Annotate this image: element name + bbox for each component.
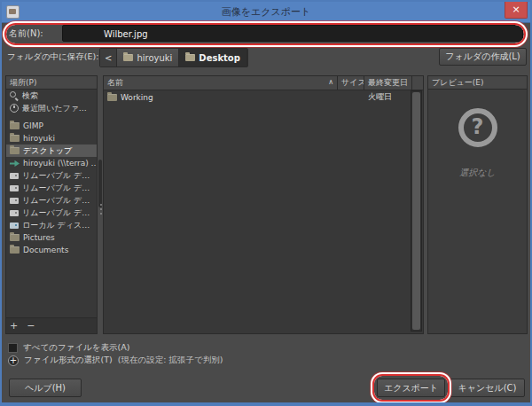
filename-input[interactable]: Wilber.jpg (62, 25, 523, 42)
place-item-search[interactable]: 検索 (6, 90, 97, 102)
export-button[interactable]: エクスポート(E) (377, 379, 445, 397)
preview-header: プレビュー(E) (428, 76, 527, 90)
drive-icon (10, 173, 19, 179)
close-button[interactable]: × (505, 2, 528, 19)
export-image-dialog: 画像をエクスポート × 名前(N): Wilber.jpg フォルダの中に保存(… (0, 0, 532, 406)
question-icon (458, 108, 497, 147)
folder-icon (10, 246, 20, 254)
preview-body: 選択なし (428, 90, 527, 333)
show-all-files-option[interactable]: すべてのファイルを表示(A) (8, 342, 129, 354)
breadcrumb-desktop[interactable]: Desktop (179, 49, 247, 66)
places-toolbar: + − (6, 317, 97, 333)
place-item-removable-2[interactable]: リムーバブル デ… (6, 182, 97, 194)
path-back-button[interactable]: < (100, 49, 117, 66)
place-item-recent[interactable]: 最近開いたファ… (6, 102, 97, 114)
drive-icon (10, 210, 19, 216)
place-item-network-terra[interactable]: hiroyuki (\\terra) … (6, 157, 97, 169)
place-item-removable-4[interactable]: リムーバブル デ… (6, 207, 97, 219)
titlebar[interactable]: 画像をエクスポート × (2, 2, 530, 23)
sort-ascending-icon: ∧ (328, 76, 333, 90)
breadcrumb-hiroyuki[interactable]: hiroyuki (117, 49, 179, 66)
scrollbar-thumb[interactable] (412, 92, 420, 330)
cancel-button[interactable]: キャンセル(C) (450, 379, 525, 397)
drive-icon (10, 198, 19, 204)
column-modified[interactable]: 最終変更日 (364, 76, 412, 90)
show-all-files-label: すべてのファイルを表示(A) (23, 342, 129, 354)
search-icon (10, 91, 19, 100)
folder-icon (107, 94, 117, 101)
file-type-label: ファイル形式の選択(T) (24, 355, 113, 366)
expander-plus-icon[interactable] (8, 355, 19, 366)
column-name[interactable]: 名前 ∧ (104, 76, 338, 90)
place-item-gimp[interactable]: GIMP (6, 120, 97, 132)
breadcrumb-label: Desktop (199, 53, 240, 63)
preview-panel: プレビュー(E) 選択なし (427, 75, 528, 334)
folder-icon (10, 234, 20, 241)
window-title: 画像をエクスポート (2, 2, 530, 22)
add-place-button[interactable]: + (10, 319, 18, 332)
file-modified: 火曜日 (364, 91, 412, 103)
place-item-removable-1[interactable]: リムーバブル デ… (6, 169, 97, 182)
places-panel: 場所(P) 検索 最近開いたファ… GIMP hiroyuki デスクトップ h… (5, 75, 98, 334)
folder-icon (10, 135, 20, 142)
recent-icon (10, 104, 19, 113)
folder-icon (10, 147, 20, 154)
folder-icon (10, 122, 20, 129)
file-list-header: 名前 ∧ サイズ 最終変更日 (104, 76, 423, 90)
folder-icon (123, 54, 133, 61)
place-item-hiroyuki[interactable]: hiroyuki (6, 132, 97, 144)
place-item-desktop[interactable]: デスクトップ (6, 144, 97, 157)
help-button[interactable]: ヘルプ(H) (9, 379, 82, 397)
places-scrollbar-thumb[interactable] (98, 160, 102, 207)
disk-icon (10, 223, 19, 229)
create-folder-button[interactable]: フォルダの作成(L) (439, 48, 527, 66)
file-row-working[interactable]: Working 火曜日 (104, 90, 423, 104)
place-item-removable-3[interactable]: リムーバブル デ… (6, 194, 97, 207)
file-name: Working (121, 93, 153, 102)
save-in-folder-label: フォルダの中に保存(E): (7, 51, 98, 63)
file-type-expander[interactable]: ファイル形式の選択(T) (現在の設定: 拡張子で判別) (8, 355, 223, 366)
filename-label: 名前(N): (9, 27, 43, 40)
breadcrumb-label: hiroyuki (137, 53, 172, 63)
place-item-local-disk[interactable]: ローカル ディス… (6, 219, 97, 231)
drive-icon (10, 185, 19, 191)
file-list-panel: 名前 ∧ サイズ 最終変更日 Working 火曜日 (103, 75, 424, 334)
places-list: 検索 最近開いたファ… GIMP hiroyuki デスクトップ hiroyuk… (6, 90, 97, 256)
file-list-scrollbar[interactable] (411, 90, 422, 332)
file-type-note: (現在の設定: 拡張子で判別) (118, 355, 223, 366)
column-spacer (412, 76, 423, 90)
column-size[interactable]: サイズ (338, 76, 364, 90)
chevron-left-icon: < (105, 53, 112, 63)
folder-icon (185, 54, 195, 61)
network-icon (10, 160, 20, 167)
no-selection-text: 選択なし (459, 167, 495, 179)
checkbox-icon[interactable] (8, 343, 18, 353)
places-header[interactable]: 場所(P) (6, 76, 97, 90)
place-item-documents[interactable]: Documents (6, 244, 97, 256)
path-bar: < hiroyuki Desktop (99, 48, 248, 67)
place-item-pictures[interactable]: Pictures (6, 231, 97, 244)
remove-place-button[interactable]: − (27, 319, 35, 332)
